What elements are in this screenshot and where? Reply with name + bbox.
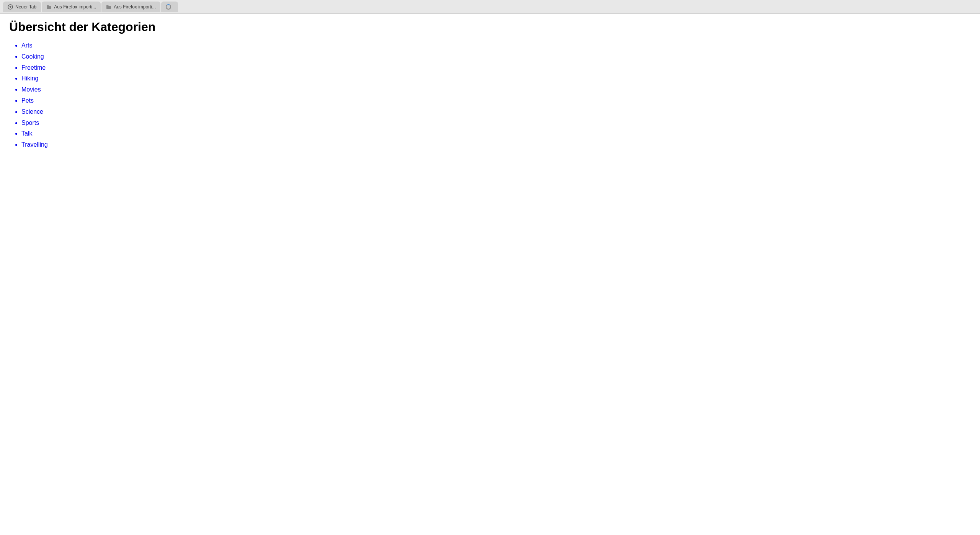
new-tab-icon	[8, 4, 13, 10]
tab-bar: Neuer Tab Aus Firefox importi... Aus Fir…	[3, 0, 178, 13]
category-list: ArtsCookingFreetimeHikingMoviesPetsScien…	[9, 40, 971, 151]
browser-chrome: Neuer Tab Aus Firefox importi... Aus Fir…	[0, 0, 980, 14]
category-link-arts[interactable]: Arts	[21, 42, 32, 49]
browser-tab-bookmark-tab-2[interactable]: Aus Firefox importi...	[101, 2, 160, 12]
browser-tab-new-tab[interactable]: Neuer Tab	[3, 2, 41, 12]
list-item[interactable]: Sports	[21, 118, 971, 129]
page-title: Übersicht der Kategorien	[9, 20, 971, 34]
list-item[interactable]: Pets	[21, 95, 971, 106]
category-link-movies[interactable]: Movies	[21, 86, 41, 93]
category-link-hiking[interactable]: Hiking	[21, 75, 38, 82]
page-content: Übersicht der Kategorien ArtsCookingFree…	[0, 14, 980, 157]
folder-icon	[106, 4, 111, 10]
loading-icon	[166, 4, 171, 10]
browser-tab-bookmark-tab-1[interactable]: Aus Firefox importi...	[42, 2, 101, 12]
list-item[interactable]: Travelling	[21, 139, 971, 151]
browser-tab-loading-tab[interactable]	[161, 2, 178, 12]
list-item[interactable]: Science	[21, 106, 971, 118]
category-link-talk[interactable]: Talk	[21, 130, 32, 137]
folder-icon	[46, 4, 52, 10]
category-link-science[interactable]: Science	[21, 108, 43, 115]
category-link-cooking[interactable]: Cooking	[21, 53, 44, 60]
category-link-freetime[interactable]: Freetime	[21, 64, 46, 71]
list-item[interactable]: Cooking	[21, 51, 971, 62]
list-item[interactable]: Freetime	[21, 62, 971, 74]
tab-label: Neuer Tab	[15, 4, 36, 10]
tab-label: Aus Firefox importi...	[54, 4, 96, 10]
tab-label: Aus Firefox importi...	[114, 4, 156, 10]
list-item[interactable]: Talk	[21, 128, 971, 139]
category-link-pets[interactable]: Pets	[21, 97, 34, 104]
list-item[interactable]: Arts	[21, 40, 971, 51]
list-item[interactable]: Movies	[21, 84, 971, 95]
category-link-sports[interactable]: Sports	[21, 119, 39, 126]
list-item[interactable]: Hiking	[21, 73, 971, 84]
category-link-travelling[interactable]: Travelling	[21, 141, 48, 148]
